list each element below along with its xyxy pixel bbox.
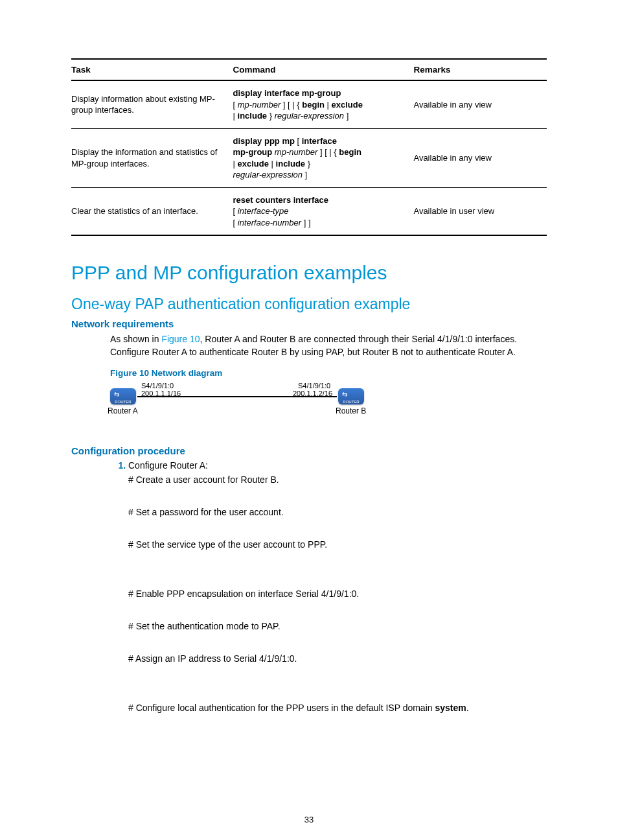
cmd-fragment: interface bbox=[302, 136, 337, 146]
text-fragment: . bbox=[466, 703, 469, 713]
heading-configuration-procedure: Configuration procedure bbox=[71, 445, 547, 456]
procedure-step: # Set the authentication mode to PAP. bbox=[128, 621, 547, 631]
router-b-interface: S4/1/9/1:0 bbox=[298, 382, 330, 390]
cmd-fragment: ] bbox=[344, 111, 349, 121]
cmd-fragment: } bbox=[305, 159, 310, 169]
cmd-fragment: [ bbox=[233, 206, 238, 216]
text-fragment: system bbox=[435, 703, 466, 713]
cmd-fragment: | bbox=[269, 159, 276, 169]
cell-task: Clear the statistics of an interface. bbox=[71, 187, 233, 235]
cmd-fragment: [ bbox=[233, 100, 238, 110]
cmd-fragment: ] [ | { bbox=[317, 147, 339, 157]
table-row: Display information about existing MP-gr… bbox=[71, 80, 547, 128]
text-fragment: # Configure local authentication for the… bbox=[128, 703, 435, 713]
cmd-fragment: mp-group bbox=[233, 147, 273, 157]
cmd-fragment: reset counters interface bbox=[233, 195, 328, 205]
cmd-fragment: include bbox=[238, 111, 268, 121]
heading-network-requirements: Network requirements bbox=[71, 318, 547, 329]
cmd-fragment: ] [ | { bbox=[280, 100, 302, 110]
col-header-remarks: Remarks bbox=[413, 59, 547, 80]
table-row: Display the information and statistics o… bbox=[71, 128, 547, 187]
procedure-step: # Create a user account for Router B. bbox=[128, 474, 547, 485]
cell-remarks: Available in any view bbox=[413, 128, 547, 187]
cmd-fragment: } bbox=[267, 111, 275, 121]
cmd-fragment: ] bbox=[303, 170, 307, 180]
router-b-label: Router B bbox=[336, 406, 366, 415]
router-a-interface: S4/1/9/1:0 bbox=[141, 382, 174, 390]
heading-1: PPP and MP configuration examples bbox=[71, 262, 547, 284]
cmd-fragment: | bbox=[233, 111, 238, 121]
cmd-fragment: begin bbox=[302, 100, 325, 110]
router-icon: ⇆ bbox=[110, 388, 136, 404]
cmd-fragment: interface-type bbox=[238, 206, 289, 216]
procedure-step: # Assign an IP address to Serial 4/1/9/1… bbox=[128, 653, 547, 664]
table-row: Clear the statistics of an interface. re… bbox=[71, 187, 547, 235]
figure-reference-link[interactable]: Figure 10 bbox=[161, 334, 200, 344]
cmd-fragment: display interface mp-group bbox=[233, 88, 341, 98]
cmd-fragment: | bbox=[325, 100, 332, 110]
cmd-fragment: exclude bbox=[332, 100, 363, 110]
cell-command: display ppp mp [ interface mp-group mp-n… bbox=[233, 128, 414, 187]
cmd-fragment: exclude bbox=[238, 159, 269, 169]
procedure-item-text: Configure Router A: bbox=[128, 460, 208, 471]
cell-remarks: Available in user view bbox=[413, 187, 547, 235]
router-icon: ⇆ bbox=[338, 388, 364, 404]
heading-2: One-way PAP authentication configuration… bbox=[71, 296, 547, 313]
cmd-fragment: display ppp mp bbox=[233, 136, 295, 146]
network-diagram: ⇆ S4/1/9/1:0 200.1.1.1/16 S4/1/9/1:0 200… bbox=[110, 380, 369, 419]
cmd-fragment: [ bbox=[233, 218, 238, 228]
command-table: Task Command Remarks Display information… bbox=[71, 58, 547, 236]
procedure-step: # Set the service type of the user accou… bbox=[128, 539, 547, 550]
col-header-command: Command bbox=[233, 59, 414, 80]
cell-command: reset counters interface [ interface-typ… bbox=[233, 187, 414, 235]
page-number: 33 bbox=[0, 815, 618, 824]
cmd-fragment: begin bbox=[339, 147, 361, 157]
procedure-item: Configure Router A: bbox=[128, 460, 547, 471]
router-a-label: Router A bbox=[108, 406, 138, 415]
cell-remarks: Available in any view bbox=[413, 80, 547, 128]
procedure-list: Configure Router A: bbox=[110, 460, 547, 471]
cell-command: display interface mp-group [ mp-number ]… bbox=[233, 80, 414, 128]
cmd-fragment: ] ] bbox=[301, 218, 310, 228]
cmd-fragment: | bbox=[233, 159, 238, 169]
text-fragment: As shown in bbox=[110, 334, 161, 344]
procedure-step: # Enable PPP encapsulation on interface … bbox=[128, 589, 547, 599]
cmd-fragment: mp-number bbox=[275, 147, 317, 157]
cell-task: Display information about existing MP-gr… bbox=[71, 80, 233, 128]
cmd-fragment: include bbox=[276, 159, 306, 169]
col-header-task: Task bbox=[71, 59, 233, 80]
figure-caption: Figure 10 Network diagram bbox=[110, 368, 547, 378]
cmd-fragment: [ bbox=[295, 136, 302, 146]
router-b-ip: 200.1.1.2/16 bbox=[293, 390, 332, 397]
network-requirements-text: As shown in Figure 10, Router A and Rout… bbox=[110, 333, 547, 358]
cmd-fragment: interface-number bbox=[238, 218, 301, 228]
cell-task: Display the information and statistics o… bbox=[71, 128, 233, 187]
cmd-fragment: regular-expression bbox=[275, 111, 344, 121]
cmd-fragment: regular-expression bbox=[233, 170, 303, 180]
procedure-step: # Configure local authentication for the… bbox=[128, 703, 547, 713]
procedure-step: # Set a password for the user account. bbox=[128, 507, 547, 517]
cmd-fragment: mp-number bbox=[238, 100, 280, 110]
page: Task Command Remarks Display information… bbox=[0, 0, 618, 840]
